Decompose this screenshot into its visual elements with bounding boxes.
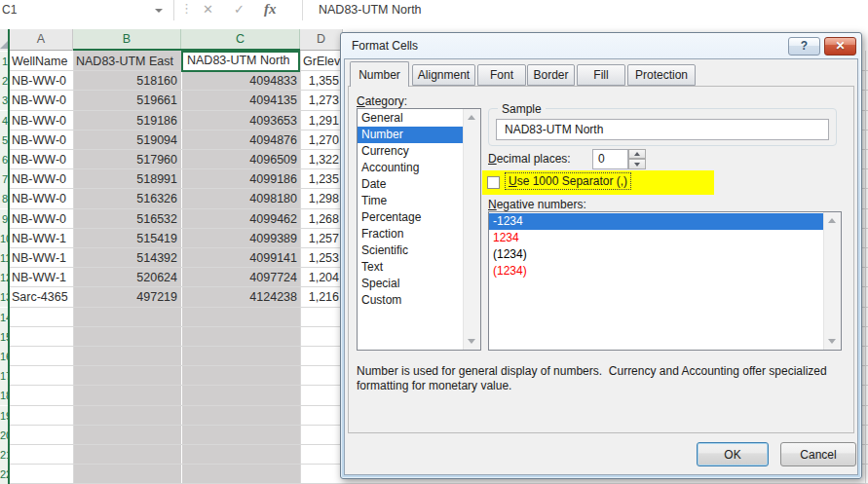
cell-A12[interactable]: NB-WW-1: [12, 268, 72, 287]
decimal-places-input[interactable]: 0: [592, 149, 628, 169]
cell-C7[interactable]: 4099186: [185, 169, 297, 189]
row-header-22[interactable]: 22: [0, 465, 8, 484]
help-button[interactable]: ?: [788, 37, 820, 56]
cell-D6[interactable]: 1,322: [300, 150, 339, 169]
scroll-down-icon[interactable]: [468, 339, 475, 344]
row-header-16[interactable]: 16: [0, 347, 8, 366]
row-header-8[interactable]: 8: [0, 189, 8, 208]
row-header-4[interactable]: 4: [0, 111, 8, 130]
cell-B13[interactable]: 497219: [76, 287, 177, 307]
scroll-up-icon[interactable]: [468, 115, 475, 120]
cell-B8[interactable]: 516326: [76, 189, 177, 208]
category-option-general[interactable]: General: [358, 110, 464, 127]
spinner-up-button[interactable]: [628, 149, 646, 159]
row-header-19[interactable]: 19: [0, 406, 8, 426]
cell-A6[interactable]: NB-WW-0: [12, 150, 72, 169]
tab-font[interactable]: Font: [477, 64, 526, 86]
cell-D5[interactable]: 1,270: [300, 130, 339, 150]
cell-A2[interactable]: NB-WW-0: [12, 71, 72, 91]
row-header-6[interactable]: 6: [0, 150, 8, 169]
row-header-13[interactable]: 13: [0, 287, 8, 307]
cell-D1[interactable]: GrElev: [300, 52, 342, 71]
category-option-number[interactable]: Number: [358, 127, 464, 143]
tab-protection[interactable]: Protection: [627, 64, 696, 86]
cell-B1[interactable]: NAD83-UTM East: [76, 52, 177, 71]
cell-A1[interactable]: WellName: [12, 52, 72, 71]
column-header-A[interactable]: A: [10, 29, 73, 51]
cell-D8[interactable]: 1,298: [300, 189, 339, 208]
category-option-fraction[interactable]: Fraction: [358, 226, 464, 242]
cell-D9[interactable]: 1,268: [300, 209, 339, 229]
negative-option-2[interactable]: 1234: [489, 230, 824, 246]
cell-C10[interactable]: 4099389: [185, 229, 297, 248]
row-header-17[interactable]: 17: [0, 366, 8, 386]
cell-B3[interactable]: 519661: [76, 91, 177, 110]
cell-D10[interactable]: 1,257: [300, 229, 339, 248]
tab-number[interactable]: Number: [350, 61, 409, 87]
category-option-scientific[interactable]: Scientific: [358, 242, 464, 259]
cell-D3[interactable]: 1,273: [300, 91, 339, 110]
cell-A8[interactable]: NB-WW-0: [12, 189, 72, 208]
cell-C5[interactable]: 4094876: [185, 130, 297, 150]
category-option-accounting[interactable]: Accounting: [358, 160, 464, 176]
cell-B9[interactable]: 516532: [76, 209, 177, 229]
ok-button[interactable]: OK: [697, 442, 769, 466]
cell-C13[interactable]: 4124238: [185, 287, 297, 307]
cell-A3[interactable]: NB-WW-0: [12, 91, 72, 110]
category-option-date[interactable]: Date: [358, 176, 464, 193]
cell-C11[interactable]: 4099141: [185, 248, 297, 268]
active-cell-C1[interactable]: NAD83-UTM North: [181, 51, 300, 72]
enter-icon[interactable]: ✓: [234, 2, 245, 17]
row-header-15[interactable]: 15: [0, 327, 8, 347]
cell-D12[interactable]: 1,204: [300, 268, 339, 287]
insert-function-icon[interactable]: fx: [264, 1, 277, 18]
category-option-text[interactable]: Text: [358, 259, 464, 276]
cell-D11[interactable]: 1,253: [300, 248, 339, 268]
category-list-scrollbar[interactable]: [463, 109, 480, 350]
cell-C6[interactable]: 4096509: [185, 150, 297, 169]
cell-A4[interactable]: NB-WW-0: [12, 111, 72, 130]
use-1000-separator-label[interactable]: Use 1000 Separator (,): [507, 174, 629, 188]
row-header-3[interactable]: 3: [0, 91, 8, 110]
negative-list-scrollbar[interactable]: [823, 212, 841, 350]
cancel-icon[interactable]: ✕: [203, 2, 213, 17]
negative-numbers-list[interactable]: -12341234(1234)(1234): [488, 211, 842, 351]
row-header-7[interactable]: 7: [0, 169, 8, 189]
cell-A9[interactable]: NB-WW-0: [12, 209, 72, 229]
column-header-B[interactable]: B: [73, 29, 181, 51]
negative-option-3[interactable]: (1234): [489, 246, 824, 263]
use-1000-separator-checkbox[interactable]: [487, 176, 500, 189]
tab-border[interactable]: Border: [527, 64, 575, 86]
cell-D7[interactable]: 1,235: [300, 169, 339, 189]
row-header-2[interactable]: 2: [0, 71, 8, 91]
cell-B12[interactable]: 520624: [76, 268, 177, 287]
cell-A10[interactable]: NB-WW-1: [12, 229, 72, 248]
spinner-down-button[interactable]: [628, 159, 646, 169]
row-header-20[interactable]: 20: [0, 426, 8, 445]
row-header-12[interactable]: 12: [0, 268, 8, 287]
column-header-D[interactable]: D: [300, 29, 343, 51]
category-option-percentage[interactable]: Percentage: [358, 209, 464, 226]
row-header-18[interactable]: 18: [0, 386, 8, 405]
cell-A7[interactable]: NB-WW-0: [12, 169, 72, 189]
scroll-down-icon[interactable]: [828, 339, 836, 344]
scroll-up-icon[interactable]: [828, 218, 836, 223]
formula-bar-content[interactable]: NAD83-UTM North: [319, 3, 422, 17]
cell-C4[interactable]: 4093653: [185, 111, 297, 130]
cell-C3[interactable]: 4094135: [185, 91, 297, 110]
cell-A13[interactable]: Sarc-4365: [12, 287, 72, 307]
cell-C2[interactable]: 4094833: [185, 71, 297, 91]
cell-B4[interactable]: 519186: [76, 111, 177, 130]
cell-C12[interactable]: 4097724: [185, 268, 297, 287]
cell-D13[interactable]: 1,216: [300, 287, 339, 307]
name-box-dropdown-icon[interactable]: [155, 9, 163, 13]
cell-B5[interactable]: 519094: [76, 130, 177, 150]
cell-A11[interactable]: NB-WW-1: [12, 248, 72, 268]
row-header-9[interactable]: 9: [0, 209, 8, 229]
tab-alignment[interactable]: Alignment: [412, 64, 475, 86]
row-header-11[interactable]: 11: [0, 248, 8, 268]
cell-D4[interactable]: 1,291: [300, 111, 339, 130]
row-header-10[interactable]: 10: [0, 229, 8, 248]
row-header-1[interactable]: 1: [0, 52, 8, 71]
negative-option-1[interactable]: -1234: [489, 213, 824, 230]
